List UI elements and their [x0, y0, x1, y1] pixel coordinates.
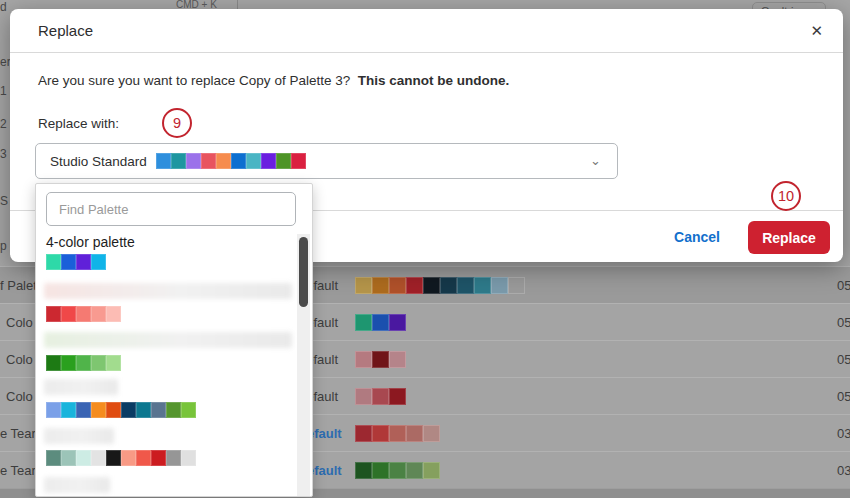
replace-button[interactable]: Replace: [748, 221, 830, 254]
scrollbar-thumb[interactable]: [299, 237, 308, 307]
blurred-palette-name: [44, 283, 292, 299]
color-swatch: [261, 153, 276, 169]
color-swatch: [91, 306, 106, 322]
blurred-palette-name: [44, 379, 118, 395]
color-swatch: [156, 153, 171, 169]
color-swatch: [231, 153, 246, 169]
palette-name-fragment: e Tear: [0, 415, 36, 452]
blurred-palette-name: [44, 428, 114, 444]
color-swatch: [389, 388, 406, 405]
color-swatch: [186, 153, 201, 169]
modal-title: Replace: [38, 22, 93, 39]
palette-name-fragment: f Palet: [0, 267, 37, 304]
palette-option-swatches: [46, 402, 196, 418]
replace-with-label: Replace with:: [38, 116, 119, 131]
color-swatch: [46, 402, 61, 418]
color-swatch: [91, 254, 106, 270]
modal-header-divider: [10, 52, 843, 53]
date-fragment: 05: [837, 378, 850, 415]
color-swatch: [46, 450, 61, 466]
color-swatch: [372, 388, 389, 405]
color-swatch: [423, 425, 440, 442]
date-fragment: 05: [837, 267, 850, 304]
color-swatch: [291, 153, 306, 169]
palette-option-swatches: [46, 355, 121, 371]
color-swatch: [91, 355, 106, 371]
color-swatch: [151, 402, 166, 418]
color-swatch: [389, 277, 406, 294]
color-swatch: [76, 254, 91, 270]
date-fragment: 03: [837, 415, 850, 452]
color-swatch: [246, 153, 261, 169]
color-swatch: [406, 425, 423, 442]
color-swatch: [457, 277, 474, 294]
screen: CMD + K Qualtrics ⌄ der123Sp f Paletdefa…: [0, 0, 850, 498]
confirm-message: Are you sure you want to replace Copy of…: [38, 73, 509, 88]
cancel-button[interactable]: Cancel: [674, 229, 720, 245]
color-swatch: [355, 425, 372, 442]
search-input[interactable]: [46, 192, 296, 226]
color-swatch: [171, 153, 186, 169]
color-swatch: [61, 402, 76, 418]
color-swatch: [61, 355, 76, 371]
color-swatch: [276, 153, 291, 169]
blurred-palette-name: [44, 332, 292, 348]
color-swatch: [406, 277, 423, 294]
color-swatch: [91, 402, 106, 418]
color-swatch: [372, 462, 389, 479]
color-swatch: [61, 450, 76, 466]
palette-option-label: 4-color palette: [46, 234, 135, 250]
palette-select-swatches: [156, 153, 306, 169]
color-swatch: [372, 277, 389, 294]
color-swatch: [389, 462, 406, 479]
palette-option-swatches: [46, 254, 106, 270]
palette-name-fragment: Colo: [6, 304, 33, 341]
color-swatch: [76, 306, 91, 322]
color-swatch: [355, 314, 372, 331]
color-swatch: [166, 402, 181, 418]
color-swatch: [216, 153, 231, 169]
color-swatch: [61, 254, 76, 270]
color-swatch: [106, 355, 121, 371]
palette-select-value: Studio Standard: [50, 154, 147, 169]
palette-option-swatches: [46, 450, 196, 466]
color-swatch: [106, 450, 121, 466]
palette-name-fragment: Colo: [6, 378, 33, 415]
color-swatch: [423, 462, 440, 479]
color-swatch: [121, 402, 136, 418]
palette-select[interactable]: Studio Standard ⌄: [35, 143, 618, 179]
color-swatch: [166, 450, 181, 466]
annotation-step-10: 10: [771, 181, 801, 211]
color-swatch: [181, 402, 196, 418]
color-swatch: [61, 306, 76, 322]
color-swatch: [181, 450, 196, 466]
color-swatch: [389, 425, 406, 442]
color-swatch: [372, 314, 389, 331]
color-swatch: [440, 277, 457, 294]
date-fragment: 05: [837, 341, 850, 378]
color-swatch: [76, 402, 91, 418]
color-swatch: [372, 351, 389, 368]
color-swatch: [91, 450, 106, 466]
palette-swatch-strip: [355, 462, 440, 479]
palette-swatch-strip: [355, 277, 525, 294]
color-swatch: [491, 277, 508, 294]
color-swatch: [355, 462, 372, 479]
close-icon[interactable]: ✕: [810, 21, 823, 41]
blurred-palette-name: [44, 477, 110, 493]
color-swatch: [406, 462, 423, 479]
color-swatch: [46, 355, 61, 371]
date-fragment: 03: [837, 452, 850, 489]
color-swatch: [46, 306, 61, 322]
color-swatch: [106, 306, 121, 322]
color-swatch: [121, 450, 136, 466]
color-swatch: [106, 402, 121, 418]
annotation-step-9: 9: [162, 108, 192, 138]
confirm-message-text: Are you sure you want to replace Copy of…: [38, 73, 350, 88]
date-fragment: 05: [837, 304, 850, 341]
color-swatch: [136, 450, 151, 466]
palette-swatch-strip: [355, 425, 440, 442]
color-swatch: [76, 355, 91, 371]
color-swatch: [389, 314, 406, 331]
color-swatch: [151, 450, 166, 466]
